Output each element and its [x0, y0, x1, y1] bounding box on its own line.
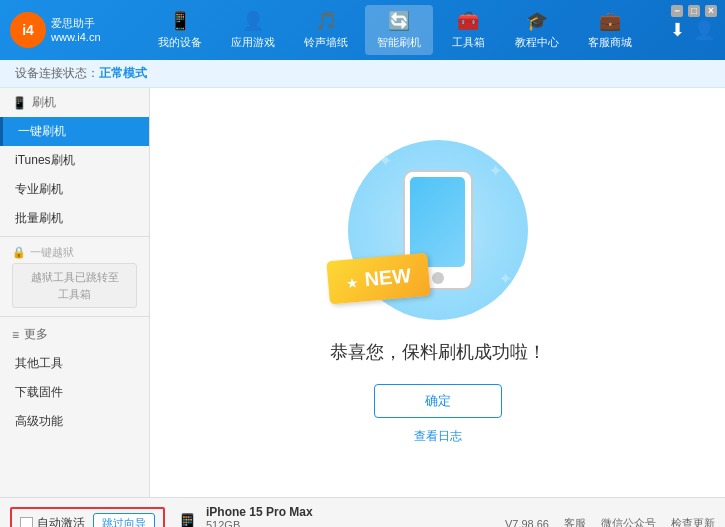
device-icon: 📱	[175, 512, 200, 528]
close-button[interactable]: ×	[705, 5, 717, 17]
flash-section-icon: 📱	[12, 96, 27, 110]
logo-area: i4 爱思助手 www.i4.cn	[10, 12, 101, 48]
wechat-link[interactable]: 微信公众号	[601, 516, 656, 527]
device-name: iPhone 15 Pro Max	[206, 505, 313, 519]
service-icon: 💼	[599, 10, 621, 32]
logo-text: i4	[22, 22, 34, 38]
breadcrumb-status: 正常模式	[99, 65, 147, 82]
sidebar-item-pro-flash[interactable]: 专业刷机	[0, 175, 149, 204]
jailbreak-label: 🔒 一键越狱	[12, 245, 137, 260]
guide-button[interactable]: 跳过向导	[93, 513, 155, 527]
device-box: 自动激活 跳过向导	[10, 507, 165, 527]
nav-service[interactable]: 💼 客服商城	[576, 5, 644, 55]
new-badge: NEW	[326, 253, 431, 305]
sparkle-icon-1: ✦	[378, 150, 393, 172]
sidebar-item-download-fw[interactable]: 下载固件	[0, 378, 149, 407]
my-device-icon: 📱	[169, 10, 191, 32]
apps-games-icon: 👤	[242, 10, 264, 32]
user-button[interactable]: 👤	[693, 19, 715, 41]
jailbreak-notice: 越狱工具已跳转至工具箱	[12, 263, 137, 308]
flash-section-label: 刷机	[32, 94, 56, 111]
customer-service-link[interactable]: 客服	[564, 516, 586, 527]
download-button[interactable]: ⬇	[670, 19, 685, 41]
main-area: 📱 刷机 一键刷机 iTunes刷机 专业刷机 批量刷机 🔒 一键越狱	[0, 88, 725, 497]
device-storage: 512GB	[206, 519, 313, 528]
logo-icon: i4	[10, 12, 46, 48]
sidebar-item-batch-flash[interactable]: 批量刷机	[0, 204, 149, 233]
auto-activate-label: 自动激活	[37, 515, 85, 527]
divider-1	[0, 236, 149, 237]
sidebar-more-header: ≡ 更多	[0, 320, 149, 349]
device-info-area: 📱 iPhone 15 Pro Max 512GB iPhone	[175, 505, 313, 528]
nav-ringtones[interactable]: 🎵 铃声墙纸	[292, 5, 360, 55]
sidebar-item-other-tools[interactable]: 其他工具	[0, 349, 149, 378]
nav-toolbox[interactable]: 🧰 工具箱	[438, 5, 498, 55]
sidebar: 📱 刷机 一键刷机 iTunes刷机 专业刷机 批量刷机 🔒 一键越狱	[0, 88, 150, 497]
sparkle-icon-2: ✦	[488, 160, 503, 182]
bottom-bar: 自动激活 跳过向导 📱 iPhone 15 Pro Max 512GB iPho…	[0, 497, 725, 527]
sidebar-item-advanced[interactable]: 高级功能	[0, 407, 149, 436]
logo-tagline: 爱思助手 www.i4.cn	[51, 16, 101, 45]
nav-apps-games[interactable]: 👤 应用游戏	[219, 5, 287, 55]
nav-my-device[interactable]: 📱 我的设备	[146, 5, 214, 55]
auto-activate-option: 自动激活	[20, 515, 85, 527]
divider-2	[0, 316, 149, 317]
nav-bar: 📱 我的设备 👤 应用游戏 🎵 铃声墙纸 🔄 智能刷机 🧰 工具箱 🎓	[121, 5, 670, 55]
sparkle-icon-3: ✦	[498, 268, 513, 290]
check-update-link[interactable]: 检查更新	[671, 516, 715, 527]
main-content: ✦ ✦ ✦ NEW 恭喜您，保料刷机成功啦！ 确定 查看日志	[150, 88, 725, 497]
phone-illustration: ✦ ✦ ✦ NEW	[348, 140, 528, 320]
minimize-button[interactable]: －	[671, 5, 683, 17]
phone-home-button	[432, 272, 444, 284]
tutorials-icon: 🎓	[526, 10, 548, 32]
more-section-icon: ≡	[12, 328, 19, 342]
smart-flash-icon: 🔄	[388, 10, 410, 32]
device-info: iPhone 15 Pro Max 512GB iPhone	[206, 505, 313, 528]
breadcrumb: 设备连接状态： 正常模式	[0, 60, 725, 88]
bottom-right: V7.98.66 客服 微信公众号 检查更新	[505, 516, 715, 527]
success-text: 恭喜您，保料刷机成功啦！	[330, 340, 546, 364]
ringtones-icon: 🎵	[315, 10, 337, 32]
more-section-label: 更多	[24, 326, 48, 343]
nav-smart-flash[interactable]: 🔄 智能刷机	[365, 5, 433, 55]
lock-icon: 🔒	[12, 246, 26, 259]
sidebar-item-itunes-flash[interactable]: iTunes刷机	[0, 146, 149, 175]
log-link[interactable]: 查看日志	[414, 428, 462, 445]
sidebar-item-one-key-flash[interactable]: 一键刷机	[0, 117, 149, 146]
header-right: ⬇ 👤	[670, 19, 715, 41]
jailbreak-section: 🔒 一键越狱 越狱工具已跳转至工具箱	[0, 240, 149, 313]
nav-tutorials[interactable]: 🎓 教程中心	[503, 5, 571, 55]
maximize-button[interactable]: □	[688, 5, 700, 17]
toolbox-icon: 🧰	[457, 10, 479, 32]
breadcrumb-prefix: 设备连接状态：	[15, 65, 99, 82]
sidebar-flash-header: 📱 刷机	[0, 88, 149, 117]
app-header: i4 爱思助手 www.i4.cn 📱 我的设备 👤 应用游戏 🎵 铃声墙纸 🔄	[0, 0, 725, 60]
auto-activate-checkbox[interactable]	[20, 517, 33, 527]
version-label: V7.98.66	[505, 518, 549, 528]
confirm-button[interactable]: 确定	[374, 384, 502, 418]
